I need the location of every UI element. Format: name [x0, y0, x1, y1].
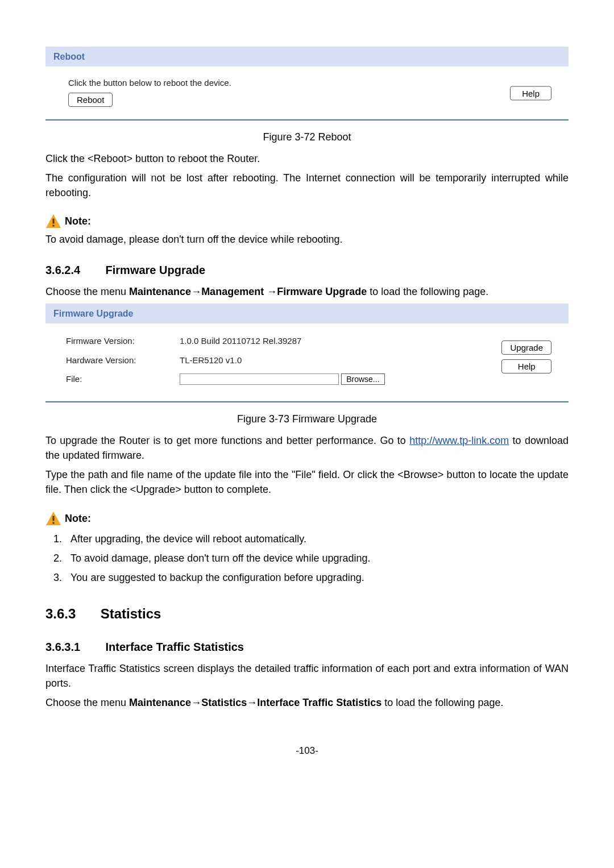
list-item: After upgrading, the device will reboot …	[65, 529, 569, 549]
help-button-fw[interactable]: Help	[501, 359, 551, 373]
fw-heading-title: Firmware Upgrade	[106, 264, 206, 276]
its-desc: Interface Traffic Statistics screen disp…	[45, 661, 569, 691]
firmware-upgrade-heading: 3.6.2.4 Firmware Upgrade	[45, 262, 569, 279]
reboot-note-text: To avoid damage, please don't turn off t…	[45, 232, 569, 247]
tp-link-url[interactable]: http://www.tp-link.com	[409, 435, 509, 446]
firmware-panel: Firmware Upgrade Firmware Version: 1.0.0…	[45, 304, 569, 402]
its-heading-title: Interface Traffic Statistics	[106, 641, 244, 653]
reboot-instruction: Click the button below to reboot the dev…	[68, 77, 554, 89]
figure-caption-reboot: Figure 3-72 Reboot	[45, 130, 569, 144]
list-item: You are suggested to backup the configur…	[65, 568, 569, 587]
reboot-panel: Reboot Click the button below to reboot …	[45, 47, 569, 121]
hw-version-value: TL-ER5120 v1.0	[180, 351, 385, 370]
list-item: To avoid damage, please don't turn off t…	[65, 549, 569, 568]
statistics-heading: 3.6.3 Statistics	[45, 604, 569, 624]
reboot-desc-1: Click the <Reboot> button to reboot the …	[45, 151, 569, 166]
its-menu-instruction: Choose the menu Maintenance→Statistics→I…	[45, 695, 569, 710]
its-heading-number: 3.6.3.1	[45, 639, 102, 655]
fw-desc-1: To upgrade the Router is to get more fun…	[45, 433, 569, 463]
fw-version-label: Firmware Version:	[66, 331, 180, 351]
hw-version-label: Hardware Version:	[66, 351, 180, 370]
warning-icon	[45, 512, 61, 525]
fw-heading-number: 3.6.2.4	[45, 262, 102, 279]
fw-menu-instruction: Choose the menu Maintenance→Management →…	[45, 284, 569, 299]
upgrade-button[interactable]: Upgrade	[501, 340, 551, 355]
warning-icon	[45, 214, 61, 228]
svg-rect-2	[52, 225, 54, 227]
figure-caption-fw: Figure 3-73 Firmware Upgrade	[45, 412, 569, 426]
fw-notes-list: After upgrading, the device will reboot …	[45, 529, 569, 587]
file-label: File:	[66, 369, 180, 389]
stats-heading-title: Statistics	[101, 606, 161, 621]
browse-button[interactable]: Browse...	[341, 373, 384, 385]
note-label-fw: Note:	[65, 511, 91, 526]
fw-desc-2: Type the path and file name of the updat…	[45, 467, 569, 497]
reboot-panel-header: Reboot	[45, 47, 569, 67]
its-heading: 3.6.3.1 Interface Traffic Statistics	[45, 639, 569, 655]
svg-rect-5	[52, 522, 54, 524]
firmware-panel-header: Firmware Upgrade	[45, 304, 569, 323]
reboot-desc-2: The configuration will not be lost after…	[45, 171, 569, 200]
fw-version-value: 1.0.0 Build 20110712 Rel.39287	[180, 331, 385, 351]
note-row-fw: Note:	[45, 511, 569, 526]
page-number: -103-	[45, 744, 569, 758]
note-label: Note:	[65, 214, 91, 229]
file-path-input[interactable]	[180, 373, 339, 385]
reboot-button[interactable]: Reboot	[68, 93, 113, 107]
stats-heading-number: 3.6.3	[45, 604, 97, 624]
svg-rect-1	[52, 219, 54, 224]
note-row-reboot: Note:	[45, 214, 569, 229]
help-button[interactable]: Help	[510, 86, 551, 100]
svg-rect-4	[52, 516, 54, 521]
